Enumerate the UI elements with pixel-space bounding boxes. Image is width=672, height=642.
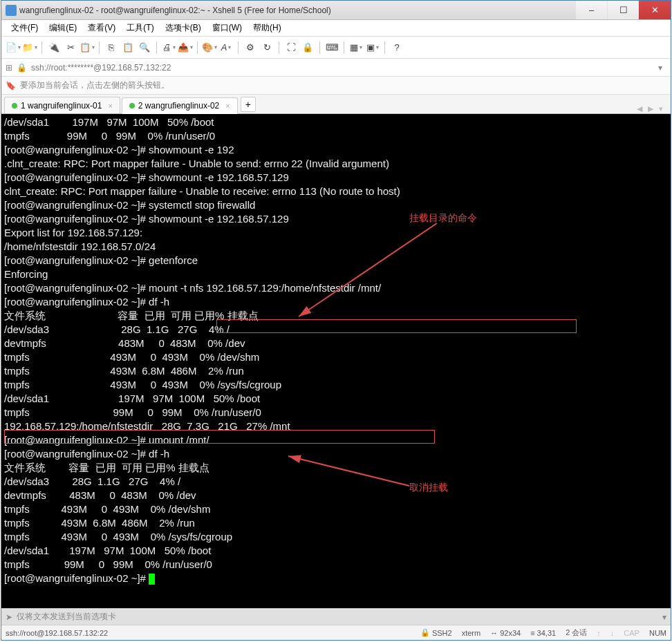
tab-prev-icon[interactable]: ◀ <box>635 104 644 113</box>
status-pos: ≡ 34,31 <box>530 629 556 637</box>
paste-button[interactable]: 📋 <box>120 40 136 55</box>
addr-dropdown-icon[interactable]: ⊞ <box>6 63 12 73</box>
font-button[interactable]: A <box>218 40 234 55</box>
menu-view[interactable]: 查看(V) <box>82 21 121 35</box>
help-button[interactable]: ? <box>389 40 404 55</box>
address-dropdown-icon[interactable]: ▾ <box>654 63 666 73</box>
new-session-button[interactable]: 📄 <box>6 40 21 55</box>
transfer-button[interactable]: 📤 <box>178 40 193 55</box>
tab-next-icon[interactable]: ▶ <box>646 104 655 113</box>
tab-close-icon[interactable]: × <box>108 102 112 110</box>
address-bar: ⊞ 🔒 ssh://root:********@192.168.57.132:2… <box>1 59 671 77</box>
menu-window[interactable]: 窗口(W) <box>207 21 248 35</box>
tab-label: 1 wangruifenglinux-01 <box>21 101 102 111</box>
title-bar: wangrufienglinux-02 - root@wangruifengli… <box>1 1 671 20</box>
app-icon <box>6 5 17 16</box>
tab-label: 2 wangrufienglinux-02 <box>138 101 219 111</box>
tab-nav: ◀ ▶ ▾ <box>635 104 668 113</box>
status-num: NUM <box>649 629 666 637</box>
hint-text: 要添加当前会话，点击左侧的箭头按钮。 <box>20 79 169 91</box>
status-dot-icon <box>129 103 135 108</box>
address-text[interactable]: ssh://root:********@192.168.57.132:22 <box>31 63 171 73</box>
menu-edit[interactable]: 编辑(E) <box>44 21 82 35</box>
status-up-icon: ↑ <box>597 629 601 637</box>
tab-close-icon[interactable]: × <box>225 102 230 110</box>
tab-list-icon[interactable]: ▾ <box>657 104 665 113</box>
hint-bar: 🔖 要添加当前会话，点击左侧的箭头按钮。 <box>1 77 671 95</box>
refresh-button[interactable]: ↻ <box>259 40 274 55</box>
layout-button[interactable]: ▦ <box>348 40 364 55</box>
script-button[interactable]: ⚙ <box>243 40 258 55</box>
new-tab-button[interactable]: + <box>241 97 256 112</box>
terminal-output[interactable]: /dev/sda1 197M 97M 100M 50% /boot tmpfs … <box>1 114 671 608</box>
menu-help[interactable]: 帮助(H) <box>248 21 287 35</box>
status-ssh: 🔒 SSH2 <box>420 628 452 637</box>
status-connection: ssh://root@192.168.57.132:22 <box>6 629 108 637</box>
send-text[interactable]: 仅将文本发送到当前选项卡 <box>17 611 116 623</box>
maximize-button[interactable]: ☐ <box>607 1 639 19</box>
toolbar: 📄 📁 🔌 ✂ 📋 ⎘ 📋 🔍 🖨 📤 🎨 A ⚙ ↻ ⛶ 🔒 ⌨ ▦ ▣ ? <box>1 37 671 59</box>
status-down-icon: ↓ <box>610 629 615 637</box>
send-dropdown-icon[interactable]: ▾ <box>662 612 666 622</box>
status-size: ↔ 92x34 <box>490 629 521 637</box>
status-dot-icon <box>12 103 17 108</box>
open-button[interactable]: 📁 <box>22 40 37 55</box>
status-sessions: 2 会话 <box>566 627 587 638</box>
menu-file[interactable]: 文件(F) <box>6 21 44 35</box>
print-button[interactable]: 🖨 <box>161 40 176 55</box>
status-bar: ssh://root@192.168.57.132:22 🔒 SSH2 xter… <box>1 625 671 640</box>
menu-tools[interactable]: 工具(T) <box>121 21 159 35</box>
tab-bar: 1 wangruifenglinux-01 × 2 wangrufienglin… <box>1 95 671 114</box>
tile-button[interactable]: ▣ <box>365 40 380 55</box>
menu-tabs[interactable]: 选项卡(B) <box>160 21 207 35</box>
disconnect-button[interactable]: ✂ <box>63 40 78 55</box>
send-bar: ➤ 仅将文本发送到当前选项卡 ▾ <box>1 608 671 625</box>
lock-icon: 🔒 <box>17 63 27 73</box>
copy-button[interactable]: ⎘ <box>104 40 119 55</box>
status-term: xterm <box>462 629 481 637</box>
minimize-button[interactable]: – <box>575 1 607 19</box>
properties-button[interactable]: 📋 <box>80 40 95 55</box>
find-button[interactable]: 🔍 <box>137 40 152 55</box>
send-icon[interactable]: ➤ <box>6 612 12 622</box>
color-button[interactable]: 🎨 <box>202 40 217 55</box>
keymap-button[interactable]: ⌨ <box>324 40 339 55</box>
lock-button[interactable]: 🔒 <box>300 40 315 55</box>
tab-session-2[interactable]: 2 wangrufienglinux-02 × <box>122 97 238 114</box>
status-cap: CAP <box>624 629 640 637</box>
tab-session-1[interactable]: 1 wangruifenglinux-01 × <box>4 97 120 113</box>
fullscreen-button[interactable]: ⛶ <box>283 40 299 55</box>
close-button[interactable]: ✕ <box>639 1 671 19</box>
menu-bar: 文件(F) 编辑(E) 查看(V) 工具(T) 选项卡(B) 窗口(W) 帮助(… <box>1 20 671 37</box>
bookmark-icon[interactable]: 🔖 <box>6 81 16 91</box>
window-title: wangrufienglinux-02 - root@wangruifengli… <box>19 6 575 15</box>
reconnect-button[interactable]: 🔌 <box>46 40 62 55</box>
